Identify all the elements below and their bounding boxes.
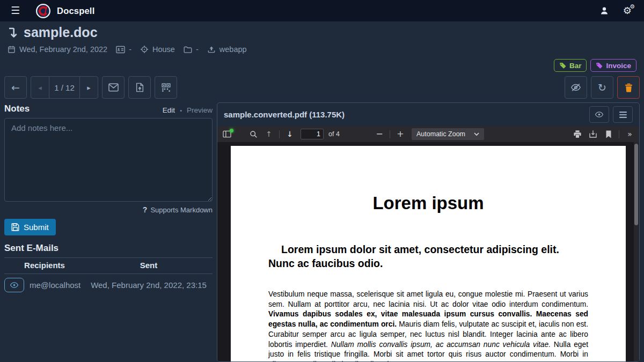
- add-files-button[interactable]: [128, 76, 151, 99]
- title-row: sample.doc: [8, 25, 636, 41]
- zoom-select-value: Automatic Zoom: [416, 130, 465, 138]
- file-arrow-up-icon: [136, 83, 144, 92]
- plus-icon: +: [397, 130, 404, 138]
- separator: [390, 130, 390, 138]
- column-recipients: Recipients: [4, 258, 85, 274]
- concerning-label: House: [152, 45, 175, 54]
- crosshair-icon: [140, 45, 149, 54]
- upload-icon: [207, 45, 216, 54]
- trash-icon: [625, 83, 633, 92]
- page-count-label: of 4: [328, 130, 340, 138]
- meta-concerning: House: [140, 45, 175, 54]
- back-button[interactable]: ←: [4, 76, 27, 99]
- address-card-icon: [116, 46, 125, 54]
- bookmark-button[interactable]: [602, 128, 616, 141]
- send-mail-button[interactable]: [102, 76, 125, 99]
- previous-page-button[interactable]: ↑: [262, 128, 276, 141]
- download-button[interactable]: [586, 128, 600, 141]
- sent-emails-header-row: Recipients Sent: [4, 258, 213, 274]
- date-label: Wed, February 2nd, 2022: [19, 45, 107, 54]
- tag-label: Invoice: [606, 62, 631, 70]
- notes-header: Notes Edit • Preview: [4, 102, 213, 114]
- eye-icon: [595, 111, 604, 118]
- notes-input[interactable]: [4, 118, 213, 202]
- page-number-input[interactable]: [301, 129, 324, 139]
- main-content: Notes Edit • Preview ? Supports Markdown…: [0, 102, 644, 362]
- docspell-logo-icon: [36, 4, 50, 18]
- markdown-hint[interactable]: ? Supports Markdown: [4, 205, 213, 214]
- zoom-out-button[interactable]: −: [372, 128, 386, 141]
- view-mail-button[interactable]: [4, 278, 24, 292]
- zoom-select[interactable]: Automatic Zoom: [412, 128, 484, 140]
- pdfjs-toolbar-left: ↑ ↓ of 4: [220, 128, 372, 141]
- pdf-document-subtitle: Lorem ipsum dolor sit amet, consectetur …: [268, 242, 588, 270]
- attachment-view-button[interactable]: [589, 106, 609, 123]
- eye-slash-icon: [570, 83, 581, 92]
- reprocess-button[interactable]: ↻: [591, 76, 613, 99]
- toolbar-left: ← ◂ 1 / 12 ▸: [4, 76, 177, 99]
- chevron-right-icon: ▸: [87, 84, 91, 91]
- notes-mode-links: Edit • Preview: [163, 106, 213, 114]
- notes-title: Notes: [4, 104, 30, 114]
- save-icon: [11, 223, 19, 231]
- recipient-address: me@localhost: [30, 280, 80, 290]
- tag-icon: [559, 62, 566, 69]
- chevron-down-icon: [474, 132, 479, 136]
- menu-toggle-button[interactable]: ☰: [8, 4, 23, 17]
- pdf-document-title: Lorem ipsum: [268, 193, 588, 213]
- zoom-in-button[interactable]: +: [393, 128, 407, 141]
- scrollbar-thumb[interactable]: [634, 144, 638, 225]
- attachment-filename: sample.converted.pdf (113.75K): [224, 110, 589, 119]
- settings-button[interactable]: ⚙⚙: [618, 5, 636, 17]
- chevron-left-icon: ◂: [38, 84, 42, 91]
- view-grid-button[interactable]: [155, 76, 177, 99]
- separator: [619, 130, 619, 138]
- prev-item-button[interactable]: ◂: [31, 77, 49, 98]
- bookmark-icon: [605, 130, 612, 138]
- folder-label: -: [196, 45, 199, 54]
- tags-row: Bar Invoice: [0, 55, 644, 72]
- brand-name: Docspell: [57, 6, 94, 16]
- meta-correspondent: -: [116, 45, 131, 54]
- pdf-viewer[interactable]: Lorem ipsum Lorem ipsum dolor sit amet, …: [217, 142, 639, 361]
- print-button[interactable]: [570, 128, 584, 141]
- next-page-button[interactable]: ↓: [283, 128, 297, 141]
- unconfirm-button[interactable]: [565, 76, 587, 99]
- attachment-menu-button[interactable]: [613, 106, 633, 123]
- tag-invoice[interactable]: Invoice: [590, 59, 636, 72]
- search-icon: [250, 130, 258, 138]
- notes-preview-link[interactable]: Preview: [187, 106, 213, 114]
- submit-notes-button[interactable]: Submit: [4, 219, 56, 235]
- find-button[interactable]: [246, 128, 260, 141]
- tag-icon: [596, 62, 603, 69]
- minus-icon: −: [376, 130, 383, 138]
- envelope-icon: [108, 83, 119, 92]
- sidebar-toggle-button[interactable]: [220, 128, 234, 141]
- body-text: Vestibulum neque massa, scelerisque sit …: [268, 290, 588, 308]
- down-arrow-icon: ↓: [287, 130, 293, 138]
- user-menu-button[interactable]: [595, 5, 614, 17]
- eye-icon: [10, 282, 19, 289]
- double-chevron-icon: »: [627, 130, 632, 138]
- action-toolbar: ← ◂ 1 / 12 ▸: [0, 76, 644, 99]
- submit-label: Submit: [24, 223, 49, 232]
- delete-button[interactable]: [617, 76, 640, 99]
- bars-menu-icon: [619, 112, 627, 118]
- grid-icon: [162, 83, 171, 92]
- more-tools-button[interactable]: »: [623, 128, 636, 141]
- source-label: webapp: [219, 45, 247, 54]
- hamburger-icon: ☰: [11, 4, 20, 16]
- viewer-scrollbar[interactable]: [634, 142, 639, 361]
- up-arrow-icon: ↑: [266, 130, 272, 138]
- recipient-cell: me@localhost: [4, 278, 85, 292]
- item-position-indicator: 1 / 12: [49, 77, 80, 98]
- question-icon: ?: [143, 205, 148, 214]
- document-header: sample.doc Wed, February 2nd, 2022 -: [0, 21, 644, 55]
- meta-folder: -: [184, 45, 199, 54]
- notes-edit-link[interactable]: Edit: [163, 106, 175, 114]
- correspondent-label: -: [129, 45, 131, 54]
- arrow-left-icon: ←: [11, 83, 20, 93]
- tag-bar[interactable]: Bar: [554, 59, 587, 72]
- next-item-button[interactable]: ▸: [80, 77, 98, 98]
- refresh-icon: ↻: [598, 83, 606, 93]
